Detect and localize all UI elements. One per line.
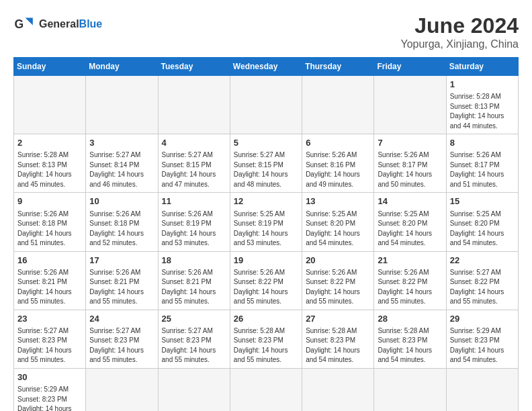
day-info: Sunrise: 5:25 AM Sunset: 8:20 PM Dayligh… [306, 210, 370, 248]
weekday-header-sunday: Sunday [14, 58, 86, 76]
day-number: 1 [450, 79, 515, 91]
day-cell: 9Sunrise: 5:26 AM Sunset: 8:18 PM Daylig… [14, 193, 86, 251]
day-info: Sunrise: 5:26 AM Sunset: 8:16 PM Dayligh… [306, 150, 370, 189]
week-row-6: 30Sunrise: 5:29 AM Sunset: 8:23 PM Dayli… [14, 368, 519, 411]
day-number: 20 [306, 255, 370, 267]
day-number: 21 [378, 255, 442, 267]
day-info: Sunrise: 5:27 AM Sunset: 8:22 PM Dayligh… [450, 268, 515, 307]
day-number: 6 [306, 137, 370, 149]
day-info: Sunrise: 5:28 AM Sunset: 8:23 PM Dayligh… [234, 326, 298, 365]
day-number: 25 [162, 313, 226, 325]
day-info: Sunrise: 5:25 AM Sunset: 8:20 PM Dayligh… [378, 210, 442, 248]
logo: G GeneralBlue [13, 13, 102, 35]
day-number: 24 [89, 313, 154, 325]
day-number: 29 [450, 313, 515, 325]
day-cell: 29Sunrise: 5:29 AM Sunset: 8:23 PM Dayli… [446, 310, 518, 368]
day-cell: 14Sunrise: 5:25 AM Sunset: 8:20 PM Dayli… [374, 193, 446, 251]
day-number: 27 [306, 313, 370, 325]
day-cell: 24Sunrise: 5:27 AM Sunset: 8:23 PM Dayli… [86, 310, 158, 368]
day-cell: 3Sunrise: 5:27 AM Sunset: 8:14 PM Daylig… [86, 134, 158, 193]
weekday-header-tuesday: Tuesday [158, 58, 230, 76]
day-info: Sunrise: 5:25 AM Sunset: 8:20 PM Dayligh… [450, 210, 515, 248]
day-cell [374, 76, 446, 134]
day-info: Sunrise: 5:27 AM Sunset: 8:23 PM Dayligh… [89, 326, 154, 365]
day-cell: 4Sunrise: 5:27 AM Sunset: 8:15 PM Daylig… [158, 134, 230, 193]
day-number: 3 [89, 137, 154, 149]
day-info: Sunrise: 5:26 AM Sunset: 8:22 PM Dayligh… [306, 268, 370, 307]
day-cell: 22Sunrise: 5:27 AM Sunset: 8:22 PM Dayli… [446, 251, 518, 310]
day-cell: 23Sunrise: 5:27 AM Sunset: 8:23 PM Dayli… [14, 310, 86, 368]
day-info: Sunrise: 5:25 AM Sunset: 8:19 PM Dayligh… [234, 210, 298, 248]
day-number: 18 [162, 255, 226, 267]
day-cell: 19Sunrise: 5:26 AM Sunset: 8:22 PM Dayli… [230, 251, 302, 310]
day-cell: 27Sunrise: 5:28 AM Sunset: 8:23 PM Dayli… [302, 310, 374, 368]
day-number: 12 [234, 195, 298, 208]
day-cell: 26Sunrise: 5:28 AM Sunset: 8:23 PM Dayli… [230, 310, 302, 368]
day-cell: 16Sunrise: 5:26 AM Sunset: 8:21 PM Dayli… [14, 251, 86, 310]
day-number: 22 [450, 255, 515, 267]
day-cell [158, 76, 230, 134]
day-number: 23 [17, 313, 82, 325]
day-cell: 12Sunrise: 5:25 AM Sunset: 8:19 PM Dayli… [230, 193, 302, 251]
day-number: 10 [89, 195, 154, 208]
day-info: Sunrise: 5:28 AM Sunset: 8:13 PM Dayligh… [17, 150, 82, 189]
day-cell: 13Sunrise: 5:25 AM Sunset: 8:20 PM Dayli… [302, 193, 374, 251]
day-info: Sunrise: 5:26 AM Sunset: 8:18 PM Dayligh… [89, 210, 154, 248]
day-cell: 30Sunrise: 5:29 AM Sunset: 8:23 PM Dayli… [14, 368, 86, 411]
day-info: Sunrise: 5:26 AM Sunset: 8:19 PM Dayligh… [162, 210, 226, 248]
svg-text:G: G [15, 17, 24, 31]
day-info: Sunrise: 5:27 AM Sunset: 8:23 PM Dayligh… [162, 326, 226, 365]
calendar-table: SundayMondayTuesdayWednesdayThursdayFrid… [13, 57, 519, 411]
day-info: Sunrise: 5:28 AM Sunset: 8:23 PM Dayligh… [378, 326, 442, 365]
day-cell: 6Sunrise: 5:26 AM Sunset: 8:16 PM Daylig… [302, 134, 374, 193]
day-info: Sunrise: 5:27 AM Sunset: 8:23 PM Dayligh… [17, 326, 82, 365]
day-info: Sunrise: 5:27 AM Sunset: 8:15 PM Dayligh… [234, 150, 298, 189]
day-cell [446, 368, 518, 411]
day-number: 28 [378, 313, 442, 325]
day-cell [230, 368, 302, 411]
weekday-header-row: SundayMondayTuesdayWednesdayThursdayFrid… [14, 58, 519, 76]
day-info: Sunrise: 5:29 AM Sunset: 8:23 PM Dayligh… [450, 326, 515, 365]
week-row-5: 23Sunrise: 5:27 AM Sunset: 8:23 PM Dayli… [14, 310, 519, 368]
day-number: 11 [162, 195, 226, 208]
day-number: 4 [162, 137, 226, 149]
day-cell: 5Sunrise: 5:27 AM Sunset: 8:15 PM Daylig… [230, 134, 302, 193]
logo-text: GeneralBlue [39, 18, 102, 30]
week-row-4: 16Sunrise: 5:26 AM Sunset: 8:21 PM Dayli… [14, 251, 519, 310]
location: Yopurga, Xinjiang, China [400, 38, 519, 50]
page-header: G GeneralBlue June 2024 Yopurga, Xinjian… [13, 13, 519, 50]
day-cell: 15Sunrise: 5:25 AM Sunset: 8:20 PM Dayli… [446, 193, 518, 251]
day-cell: 20Sunrise: 5:26 AM Sunset: 8:22 PM Dayli… [302, 251, 374, 310]
day-info: Sunrise: 5:26 AM Sunset: 8:21 PM Dayligh… [89, 268, 154, 307]
day-info: Sunrise: 5:27 AM Sunset: 8:15 PM Dayligh… [162, 150, 226, 189]
day-cell: 10Sunrise: 5:26 AM Sunset: 8:18 PM Dayli… [86, 193, 158, 251]
day-info: Sunrise: 5:28 AM Sunset: 8:13 PM Dayligh… [450, 92, 515, 131]
weekday-header-thursday: Thursday [302, 58, 374, 76]
day-number: 13 [306, 195, 370, 208]
day-info: Sunrise: 5:26 AM Sunset: 8:17 PM Dayligh… [450, 150, 515, 189]
day-number: 9 [17, 195, 82, 208]
day-cell: 11Sunrise: 5:26 AM Sunset: 8:19 PM Dayli… [158, 193, 230, 251]
day-number: 16 [17, 255, 82, 267]
day-cell: 21Sunrise: 5:26 AM Sunset: 8:22 PM Dayli… [374, 251, 446, 310]
day-cell: 8Sunrise: 5:26 AM Sunset: 8:17 PM Daylig… [446, 134, 518, 193]
day-info: Sunrise: 5:26 AM Sunset: 8:22 PM Dayligh… [234, 268, 298, 307]
day-info: Sunrise: 5:27 AM Sunset: 8:14 PM Dayligh… [89, 150, 154, 189]
day-cell: 7Sunrise: 5:26 AM Sunset: 8:17 PM Daylig… [374, 134, 446, 193]
logo-icon: G [13, 13, 35, 35]
day-cell: 25Sunrise: 5:27 AM Sunset: 8:23 PM Dayli… [158, 310, 230, 368]
day-cell: 18Sunrise: 5:26 AM Sunset: 8:21 PM Dayli… [158, 251, 230, 310]
day-cell [14, 76, 86, 134]
day-number: 8 [450, 137, 515, 149]
month-title: June 2024 [400, 13, 519, 38]
day-cell [302, 368, 374, 411]
day-info: Sunrise: 5:26 AM Sunset: 8:18 PM Dayligh… [17, 210, 82, 248]
day-cell [158, 368, 230, 411]
day-cell [86, 76, 158, 134]
day-number: 2 [17, 137, 82, 149]
day-cell: 17Sunrise: 5:26 AM Sunset: 8:21 PM Dayli… [86, 251, 158, 310]
week-row-2: 2Sunrise: 5:28 AM Sunset: 8:13 PM Daylig… [14, 134, 519, 193]
weekday-header-monday: Monday [86, 58, 158, 76]
weekday-header-wednesday: Wednesday [230, 58, 302, 76]
title-block: June 2024 Yopurga, Xinjiang, China [400, 13, 519, 50]
